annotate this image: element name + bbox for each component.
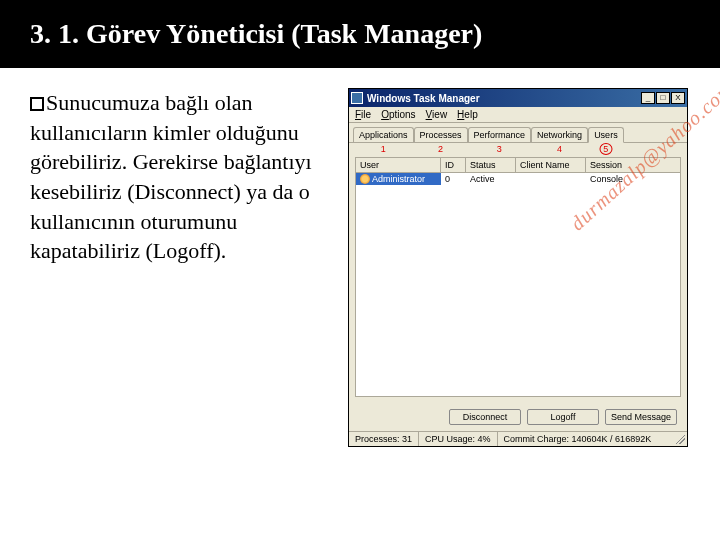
tab-performance[interactable]: Performance3 xyxy=(468,127,532,142)
minimize-button[interactable]: _ xyxy=(641,92,655,104)
column-headers: User ID Status Client Name Session xyxy=(356,158,680,173)
slide-title: 3. 1. Görev Yöneticisi (Task Manager) xyxy=(0,0,720,68)
slide: 3. 1. Görev Yöneticisi (Task Manager) Su… xyxy=(0,0,720,540)
disconnect-button[interactable]: Disconnect xyxy=(449,409,521,425)
header-session[interactable]: Session xyxy=(586,158,680,172)
menu-file[interactable]: File xyxy=(355,109,371,120)
cell-status: Active xyxy=(466,173,516,185)
cell-user: Administrator xyxy=(356,173,441,185)
annotation-4: 4 xyxy=(557,144,562,154)
logoff-button[interactable]: Logoff xyxy=(527,409,599,425)
tab-strip: Applications1 Processes2 Performance3 Ne… xyxy=(349,123,687,143)
window-buttons: _ □ X xyxy=(641,92,685,104)
annotation-2: 2 xyxy=(438,144,443,154)
body-text-block: Sunucumuza bağlı olan kullanıcıların kim… xyxy=(30,88,340,447)
body-text: Sunucumuza bağlı olan kullanıcıların kim… xyxy=(30,90,312,263)
app-icon xyxy=(351,92,363,104)
status-bar: Processes: 31 CPU Usage: 4% Commit Charg… xyxy=(349,431,687,446)
content-area: Sunucumuza bağlı olan kullanıcıların kim… xyxy=(0,68,720,447)
status-processes: Processes: 31 xyxy=(349,432,419,446)
status-cpu: CPU Usage: 4% xyxy=(419,432,498,446)
task-manager-window: Windows Task Manager _ □ X File Options … xyxy=(348,88,688,447)
tab-networking[interactable]: Networking4 xyxy=(531,127,588,142)
status-commit: Commit Charge: 140604K / 616892K xyxy=(498,432,687,446)
tab-applications[interactable]: Applications1 xyxy=(353,127,414,142)
cell-id: 0 xyxy=(441,173,466,185)
maximize-button[interactable]: □ xyxy=(656,92,670,104)
bullet-icon xyxy=(30,97,44,111)
annotation-5: 5 xyxy=(599,144,612,154)
tab-users[interactable]: Users5 xyxy=(588,127,624,143)
close-button[interactable]: X xyxy=(671,92,685,104)
send-message-button[interactable]: Send Message xyxy=(605,409,677,425)
header-status[interactable]: Status xyxy=(466,158,516,172)
action-buttons: Disconnect Logoff Send Message xyxy=(349,403,687,431)
menu-view[interactable]: View xyxy=(426,109,448,120)
annotation-1: 1 xyxy=(381,144,386,154)
window-title: Windows Task Manager xyxy=(367,93,641,104)
cell-session: Console xyxy=(586,173,680,185)
user-icon xyxy=(360,174,370,184)
table-row[interactable]: Administrator 0 Active Console xyxy=(356,173,680,185)
menu-bar: File Options View Help xyxy=(349,107,687,123)
menu-help[interactable]: Help xyxy=(457,109,478,120)
window-titlebar[interactable]: Windows Task Manager _ □ X xyxy=(349,89,687,107)
header-id[interactable]: ID xyxy=(441,158,466,172)
annotation-3: 3 xyxy=(497,144,502,154)
resize-grip-icon[interactable] xyxy=(673,432,685,444)
menu-options[interactable]: Options xyxy=(381,109,415,120)
tab-processes[interactable]: Processes2 xyxy=(414,127,468,142)
users-panel: User ID Status Client Name Session Admin… xyxy=(355,157,681,397)
cell-client xyxy=(516,173,586,185)
header-client[interactable]: Client Name xyxy=(516,158,586,172)
header-user[interactable]: User xyxy=(356,158,441,172)
